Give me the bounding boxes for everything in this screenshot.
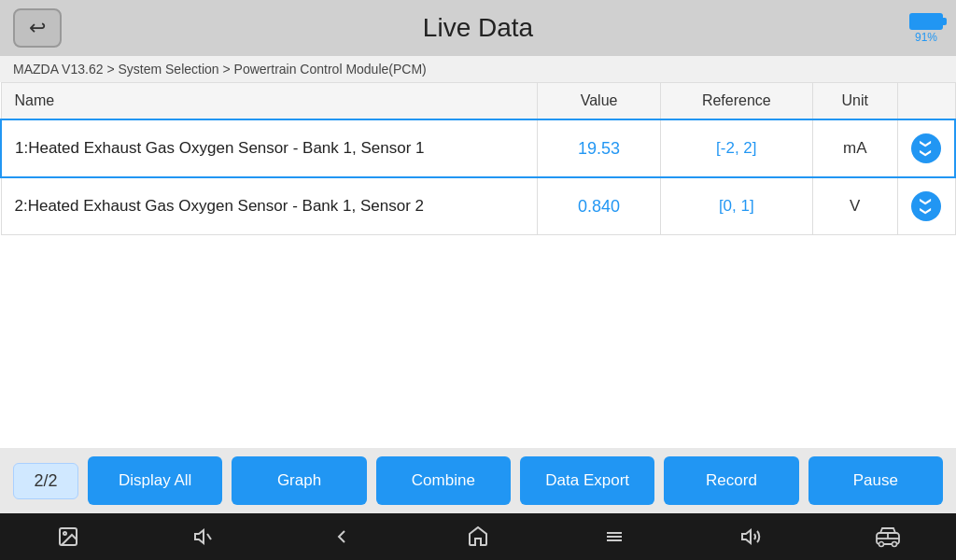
home-icon[interactable] (457, 516, 499, 557)
svg-marker-2 (195, 530, 204, 543)
svg-marker-7 (742, 530, 751, 543)
col-header-action (897, 83, 955, 120)
bottom-toolbar: 2/2 Display All Graph Combine Data Expor… (0, 448, 956, 513)
live-data-table: Name Value Reference Unit 1:Heated Exhau… (0, 82, 956, 235)
page-indicator: 2/2 (13, 463, 78, 499)
sensor-reference: [0, 1] (661, 177, 813, 235)
sensor-unit: V (812, 177, 897, 235)
svg-point-9 (879, 542, 883, 547)
table-row[interactable]: 1:Heated Exhaust Gas Oxygen Sensor - Ban… (1, 119, 955, 177)
record-button[interactable]: Record (664, 456, 798, 505)
combine-button[interactable]: Combine (376, 456, 511, 505)
graph-button[interactable]: Graph (232, 456, 366, 505)
battery-icon (909, 13, 943, 30)
col-header-reference: Reference (661, 83, 813, 120)
sensor-name: 2:Heated Exhaust Gas Oxygen Sensor - Ban… (1, 177, 538, 235)
data-export-button[interactable]: Data Export (520, 456, 654, 505)
battery-percent: 91% (915, 31, 937, 44)
row-expand-cell[interactable]: ❯❯ (897, 177, 955, 235)
header: ↩ Live Data 91% (0, 0, 956, 56)
volume-down-icon[interactable] (184, 516, 225, 557)
car-icon[interactable] (867, 516, 908, 557)
breadcrumb: MAZDA V13.62 > System Selection > Powert… (0, 56, 956, 82)
col-header-unit: Unit (812, 83, 897, 120)
table-row[interactable]: 2:Heated Exhaust Gas Oxygen Sensor - Ban… (1, 177, 955, 235)
sensor-reference: [-2, 2] (661, 119, 813, 177)
back-button[interactable]: ↩ (13, 8, 62, 48)
svg-point-1 (63, 532, 66, 535)
col-header-name: Name (1, 83, 538, 120)
sensor-value: 19.53 (538, 119, 661, 177)
back-nav-icon[interactable] (321, 516, 362, 557)
display-all-button[interactable]: Display All (88, 456, 222, 505)
image-icon[interactable] (48, 516, 89, 557)
expand-button[interactable]: ❯❯ (911, 191, 941, 221)
expand-button[interactable]: ❯❯ (911, 133, 941, 163)
system-nav-bar (0, 513, 956, 560)
svg-point-10 (892, 542, 896, 547)
sensor-value: 0.840 (538, 177, 661, 235)
data-table-container: Name Value Reference Unit 1:Heated Exhau… (0, 82, 956, 448)
svg-line-3 (207, 534, 211, 539)
row-expand-cell[interactable]: ❯❯ (897, 119, 955, 177)
battery-indicator: 91% (909, 13, 943, 44)
back-icon: ↩ (29, 16, 46, 40)
pause-button[interactable]: Pause (808, 456, 943, 505)
sensor-unit: mA (812, 119, 897, 177)
menu-icon[interactable] (594, 516, 635, 557)
sensor-name: 1:Heated Exhaust Gas Oxygen Sensor - Ban… (1, 119, 538, 177)
volume-up-icon[interactable] (731, 516, 772, 557)
page-title: Live Data (423, 13, 533, 43)
col-header-value: Value (538, 83, 661, 120)
